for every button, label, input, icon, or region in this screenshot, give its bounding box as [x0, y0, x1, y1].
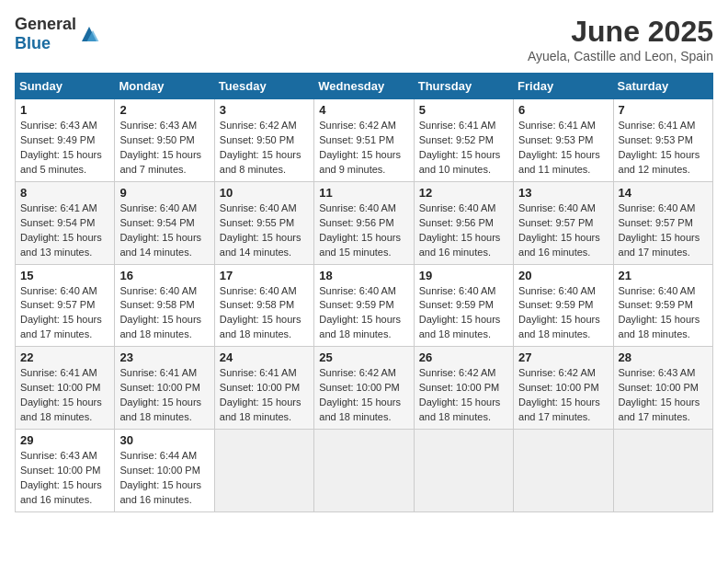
sunrise-label: Sunrise: 6:44 AM [119, 450, 197, 461]
daylight-label: Daylight: 15 hours and 18 minutes. [419, 396, 501, 422]
daylight-label: Daylight: 15 hours and 18 minutes. [119, 314, 201, 339]
day-info: Sunrise: 6:41 AM Sunset: 10:00 PM Daylig… [20, 366, 109, 425]
calendar-cell: 16 Sunrise: 6:40 AM Sunset: 9:58 PM Dayl… [115, 264, 214, 347]
sunrise-label: Sunrise: 6:41 AM [619, 120, 696, 131]
daylight-label: Daylight: 15 hours and 13 minutes. [20, 232, 102, 258]
sunrise-label: Sunrise: 6:40 AM [220, 285, 297, 296]
sunrise-label: Sunrise: 6:41 AM [20, 367, 97, 378]
day-info: Sunrise: 6:40 AM Sunset: 9:55 PM Dayligh… [220, 201, 309, 260]
day-info: Sunrise: 6:43 AM Sunset: 9:49 PM Dayligh… [20, 119, 109, 178]
day-info: Sunrise: 6:44 AM Sunset: 10:00 PM Daylig… [119, 449, 209, 508]
day-number: 8 [20, 186, 109, 200]
day-number: 18 [319, 269, 408, 282]
calendar-cell: 11 Sunrise: 6:40 AM Sunset: 9:56 PM Dayl… [314, 181, 414, 264]
day-number: 10 [220, 186, 309, 200]
sunrise-label: Sunrise: 6:42 AM [419, 367, 496, 378]
calendar-header-tuesday: Tuesday [214, 74, 313, 99]
sunset-label: Sunset: 10:00 PM [619, 382, 699, 393]
sunset-label: Sunset: 9:57 PM [20, 299, 95, 310]
calendar-cell [214, 430, 313, 512]
daylight-label: Daylight: 15 hours and 17 minutes. [619, 232, 700, 258]
day-info: Sunrise: 6:40 AM Sunset: 9:59 PM Dayligh… [419, 284, 508, 343]
sunrise-label: Sunrise: 6:42 AM [319, 120, 396, 131]
day-info: Sunrise: 6:40 AM Sunset: 9:54 PM Dayligh… [119, 201, 209, 260]
sunrise-label: Sunrise: 6:42 AM [220, 120, 297, 131]
day-info: Sunrise: 6:41 AM Sunset: 10:00 PM Daylig… [220, 366, 309, 425]
day-number: 16 [119, 269, 209, 282]
calendar-cell: 24 Sunrise: 6:41 AM Sunset: 10:00 PM Day… [214, 347, 313, 430]
day-info: Sunrise: 6:42 AM Sunset: 9:50 PM Dayligh… [220, 119, 309, 178]
sunrise-label: Sunrise: 6:41 AM [518, 120, 596, 131]
calendar-cell: 7 Sunrise: 6:41 AM Sunset: 9:53 PM Dayli… [613, 99, 712, 182]
day-info: Sunrise: 6:40 AM Sunset: 9:56 PM Dayligh… [319, 201, 408, 260]
sunrise-label: Sunrise: 6:40 AM [20, 285, 97, 296]
day-number: 9 [119, 186, 209, 200]
daylight-label: Daylight: 15 hours and 16 minutes. [419, 232, 501, 258]
sunset-label: Sunset: 9:54 PM [20, 217, 95, 228]
logo-icon [78, 23, 100, 45]
daylight-label: Daylight: 15 hours and 17 minutes. [20, 314, 102, 339]
sunset-label: Sunset: 9:52 PM [419, 134, 494, 145]
calendar-cell: 9 Sunrise: 6:40 AM Sunset: 9:54 PM Dayli… [115, 181, 214, 264]
day-info: Sunrise: 6:41 AM Sunset: 9:52 PM Dayligh… [419, 119, 508, 178]
logo: General Blue [15, 15, 100, 53]
sunrise-label: Sunrise: 6:40 AM [518, 202, 596, 213]
day-number: 19 [419, 269, 508, 282]
daylight-label: Daylight: 15 hours and 8 minutes. [220, 149, 301, 175]
sunrise-label: Sunrise: 6:40 AM [419, 202, 496, 213]
daylight-label: Daylight: 15 hours and 18 minutes. [20, 396, 102, 422]
daylight-label: Daylight: 15 hours and 18 minutes. [220, 396, 301, 422]
logo-blue: Blue [15, 34, 51, 52]
daylight-label: Daylight: 15 hours and 18 minutes. [518, 314, 600, 339]
day-number: 1 [20, 103, 109, 117]
sunset-label: Sunset: 9:56 PM [419, 217, 494, 228]
day-number: 11 [319, 186, 408, 200]
calendar-cell: 28 Sunrise: 6:43 AM Sunset: 10:00 PM Day… [613, 347, 712, 430]
calendar-cell: 22 Sunrise: 6:41 AM Sunset: 10:00 PM Day… [16, 347, 115, 430]
day-info: Sunrise: 6:40 AM Sunset: 9:57 PM Dayligh… [20, 284, 109, 343]
day-number: 6 [518, 103, 608, 117]
day-number: 15 [20, 269, 109, 282]
day-info: Sunrise: 6:42 AM Sunset: 10:00 PM Daylig… [319, 366, 408, 425]
sunset-label: Sunset: 9:59 PM [319, 299, 393, 310]
day-number: 13 [518, 186, 608, 200]
day-info: Sunrise: 6:41 AM Sunset: 9:53 PM Dayligh… [518, 119, 608, 178]
daylight-label: Daylight: 15 hours and 10 minutes. [419, 149, 501, 175]
calendar-cell: 23 Sunrise: 6:41 AM Sunset: 10:00 PM Day… [115, 347, 214, 430]
calendar-cell: 1 Sunrise: 6:43 AM Sunset: 9:49 PM Dayli… [16, 99, 115, 182]
day-number: 12 [419, 186, 508, 200]
day-info: Sunrise: 6:42 AM Sunset: 10:00 PM Daylig… [419, 366, 508, 425]
sunrise-label: Sunrise: 6:40 AM [419, 285, 496, 296]
sunset-label: Sunset: 9:50 PM [119, 134, 194, 145]
daylight-label: Daylight: 15 hours and 11 minutes. [518, 149, 600, 175]
calendar-cell: 19 Sunrise: 6:40 AM Sunset: 9:59 PM Dayl… [414, 264, 513, 347]
day-number: 28 [619, 350, 708, 364]
sunset-label: Sunset: 10:00 PM [20, 382, 100, 393]
sunrise-label: Sunrise: 6:43 AM [119, 120, 197, 131]
day-info: Sunrise: 6:40 AM Sunset: 9:56 PM Dayligh… [419, 201, 508, 260]
sunset-label: Sunset: 10:00 PM [518, 382, 598, 393]
calendar-cell: 21 Sunrise: 6:40 AM Sunset: 9:59 PM Dayl… [613, 264, 712, 347]
sunset-label: Sunset: 9:59 PM [518, 299, 593, 310]
daylight-label: Daylight: 15 hours and 16 minutes. [518, 232, 600, 258]
sunrise-label: Sunrise: 6:40 AM [119, 202, 197, 213]
day-number: 3 [220, 103, 309, 117]
calendar-header-saturday: Saturday [613, 74, 712, 99]
calendar-cell: 20 Sunrise: 6:40 AM Sunset: 9:59 PM Dayl… [514, 264, 613, 347]
calendar-cell: 2 Sunrise: 6:43 AM Sunset: 9:50 PM Dayli… [115, 99, 214, 182]
sunset-label: Sunset: 9:58 PM [220, 299, 294, 310]
sunset-label: Sunset: 10:00 PM [119, 382, 199, 393]
daylight-label: Daylight: 15 hours and 5 minutes. [20, 149, 102, 175]
sunrise-label: Sunrise: 6:40 AM [319, 202, 396, 213]
sunset-label: Sunset: 10:00 PM [419, 382, 499, 393]
daylight-label: Daylight: 15 hours and 14 minutes. [119, 232, 201, 258]
sunrise-label: Sunrise: 6:40 AM [220, 202, 297, 213]
day-number: 4 [319, 103, 408, 117]
sunset-label: Sunset: 10:00 PM [119, 465, 199, 476]
daylight-label: Daylight: 15 hours and 18 minutes. [119, 396, 201, 422]
sunset-label: Sunset: 9:54 PM [119, 217, 194, 228]
daylight-label: Daylight: 15 hours and 18 minutes. [619, 314, 700, 339]
calendar-cell: 25 Sunrise: 6:42 AM Sunset: 10:00 PM Day… [314, 347, 414, 430]
month-title: June 2025 [528, 15, 713, 49]
day-number: 23 [119, 350, 209, 364]
